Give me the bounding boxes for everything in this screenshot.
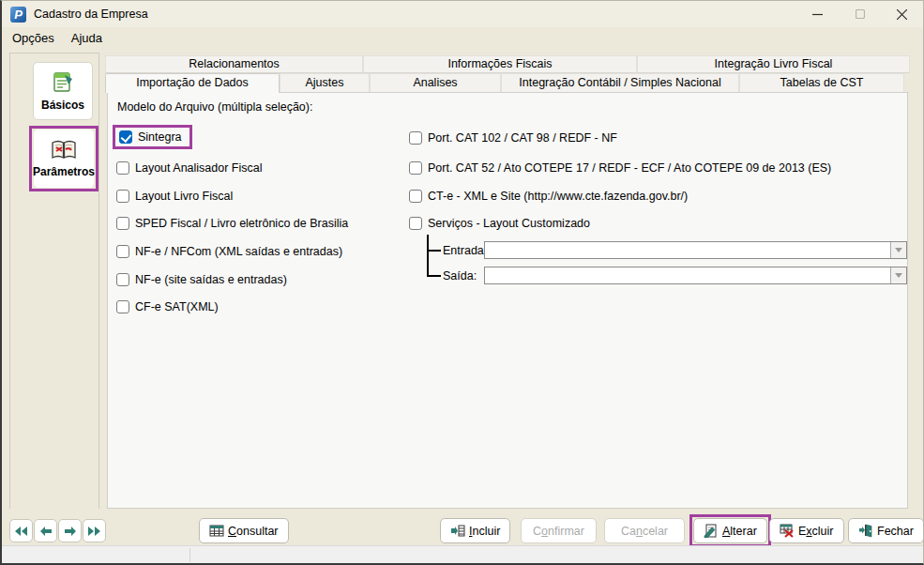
checkbox-nfe-site[interactable] (116, 273, 129, 286)
checkbox-row: Layout Analisador Fiscal (116, 161, 263, 175)
maximize-button (839, 1, 881, 27)
checkbox-row: NF-e / NFCom (XML saídas e entradas) (116, 245, 342, 258)
checkbox-row: Port. CAT 102 / CAT 98 / REDF - NF (409, 131, 617, 145)
saida-label: Saída: (443, 269, 477, 282)
last-record-button[interactable] (83, 519, 106, 542)
status-bar-divider (189, 548, 190, 562)
open-book-icon (51, 139, 77, 161)
sidebar-item-label: Básicos (41, 99, 84, 112)
checkbox-row: Layout Livro Fiscal (116, 190, 233, 203)
first-record-icon (14, 526, 28, 537)
checkbox-label: Layout Analisador Fiscal (135, 161, 263, 175)
saida-combobox[interactable] (484, 267, 907, 284)
menu-opcoes[interactable]: Opções (4, 29, 63, 47)
excluir-label: Excluir (798, 525, 834, 538)
next-record-button[interactable] (58, 519, 82, 542)
confirmar-button: Confirmar (521, 518, 597, 543)
tab-ajustes[interactable]: Ajustes (280, 73, 370, 93)
checkbox-row: Port. CAT 52 / Ato COTEPE 17 / REDF - EC… (409, 161, 831, 175)
checkbox-label: Sintegra (138, 130, 182, 144)
incluir-button[interactable]: Incluir (440, 518, 510, 543)
sidebar-item-label: Parâmetros (33, 165, 95, 178)
checkbox-label: NF-e / NFCom (XML saídas e entradas) (135, 245, 342, 258)
sidebar-item-basicos[interactable]: Básicos (33, 62, 93, 120)
window-title: Cadastro da Empresa (34, 8, 148, 21)
section-label: Modelo do Arquivo (múltipla seleção): (117, 100, 312, 114)
checkbox-port-cat-52[interactable] (409, 161, 422, 175)
checkbox-cte-xml-site[interactable] (409, 190, 422, 203)
menu-ajuda[interactable]: Ajuda (63, 29, 111, 47)
app-window: P Cadastro da Empresa Opções Ajuda (0, 0, 924, 565)
cancelar-button: Cancelar (604, 518, 685, 543)
tab-analises[interactable]: Analises (370, 73, 501, 93)
checkbox-label: NF-e (site saídas e entradas) (135, 273, 287, 286)
checkbox-label: Port. CAT 52 / Ato COTEPE 17 / REDF - EC… (428, 161, 831, 175)
alterar-button[interactable]: Alterar (693, 518, 767, 543)
checkbox-sped-fiscal[interactable] (116, 217, 129, 230)
checkbox-nfe-nfcom-xml[interactable] (116, 245, 129, 258)
tab-tabelas-de-cst[interactable]: Tabelas de CST (739, 73, 904, 93)
entrada-value[interactable] (485, 242, 890, 258)
checkbox-layout-analisador-fiscal[interactable] (116, 161, 129, 175)
tab-row-primary: Importação de Dados Ajustes Analises Int… (105, 73, 910, 93)
minimize-button[interactable] (796, 1, 839, 27)
tab-integracao-contabil[interactable]: Integração Contábil / Simples Nacional (501, 73, 739, 93)
tab-row-secondary: Relacionamentos Informações Fiscais Inte… (105, 55, 910, 73)
next-record-icon (64, 526, 77, 537)
checkbox-servicos-layout-customizado[interactable] (409, 217, 422, 230)
checkbox-row: CT-e - XML e Site (http://www.cte.fazend… (409, 190, 688, 203)
tab-importacao-de-dados[interactable]: Importação de Dados (105, 73, 280, 93)
entrada-dropdown-arrow-icon[interactable] (890, 242, 906, 258)
last-record-icon (87, 526, 101, 537)
excluir-button[interactable]: Excluir (769, 518, 844, 543)
checkbox-sintegra[interactable] (119, 130, 132, 144)
app-logo-icon: P (10, 7, 26, 23)
sidebar: Básicos Parâmetros (9, 53, 99, 512)
sidebar-item-parametros[interactable]: Parâmetros (34, 130, 94, 188)
form-icon (51, 70, 75, 95)
tree-connector-vertical (427, 235, 429, 277)
checkbox-label: CF-e SAT(XML) (135, 300, 219, 313)
entrada-label: Entrada: (443, 244, 487, 257)
parametros-highlight-box: Parâmetros (29, 126, 98, 191)
checkbox-row: SPED Fiscal / Livro eletrônico de Brasil… (116, 217, 348, 230)
alterar-label: Alterar (722, 525, 757, 538)
menu-bar: Opções Ajuda (4, 27, 923, 48)
saida-value[interactable] (485, 267, 890, 283)
sintegra-highlight-box: Sintegra (113, 125, 192, 149)
checkbox-label: SPED Fiscal / Livro eletrônico de Brasil… (135, 217, 348, 230)
checkbox-row: NF-e (site saídas e entradas) (116, 273, 287, 286)
tab-informacoes-fiscais[interactable]: Informações Fiscais (363, 55, 637, 73)
tree-connector-entrada (427, 250, 441, 252)
fechar-label: Fechar (877, 525, 914, 538)
checkbox-label: CT-e - XML e Site (http://www.cte.fazend… (428, 190, 688, 203)
previous-record-button[interactable] (34, 519, 57, 542)
saida-dropdown-arrow-icon[interactable] (890, 267, 906, 283)
status-bar (2, 545, 923, 564)
table-grid-icon (209, 524, 224, 538)
checkbox-cfe-sat[interactable] (116, 300, 129, 313)
tab-relacionamentos[interactable]: Relacionamentos (105, 55, 363, 73)
delete-record-icon (780, 524, 795, 538)
entrada-combobox[interactable] (484, 241, 907, 259)
checkbox-layout-livro-fiscal[interactable] (116, 190, 129, 203)
checkbox-port-cat-102[interactable] (409, 131, 422, 145)
bottom-toolbar: Consultar Incluir Confirmar Cancelar (2, 509, 923, 545)
importacao-de-dados-panel: Modelo do Arquivo (múltipla seleção): Si… (107, 92, 908, 509)
fechar-button[interactable]: Fechar (848, 518, 924, 543)
first-record-button[interactable] (9, 519, 33, 542)
cancelar-label: Cancelar (621, 525, 668, 538)
tab-integracao-livro-fiscal[interactable]: Integração Livro Fiscal (637, 55, 910, 73)
alterar-highlight-box: Alterar (689, 514, 771, 547)
consultar-button[interactable]: Consultar (199, 518, 289, 543)
insert-record-icon (450, 524, 465, 538)
title-bar: P Cadastro da Empresa (2, 1, 923, 27)
confirmar-label: Confirmar (533, 525, 584, 538)
tree-connector-saida (427, 275, 441, 277)
exit-door-icon (858, 524, 873, 538)
close-button[interactable] (881, 1, 923, 27)
checkbox-row: CF-e SAT(XML) (116, 300, 219, 313)
consultar-label: Consultar (228, 525, 279, 538)
checkbox-label: Port. CAT 102 / CAT 98 / REDF - NF (428, 131, 617, 145)
checkbox-row: Serviços - Layout Customizado (409, 217, 590, 230)
